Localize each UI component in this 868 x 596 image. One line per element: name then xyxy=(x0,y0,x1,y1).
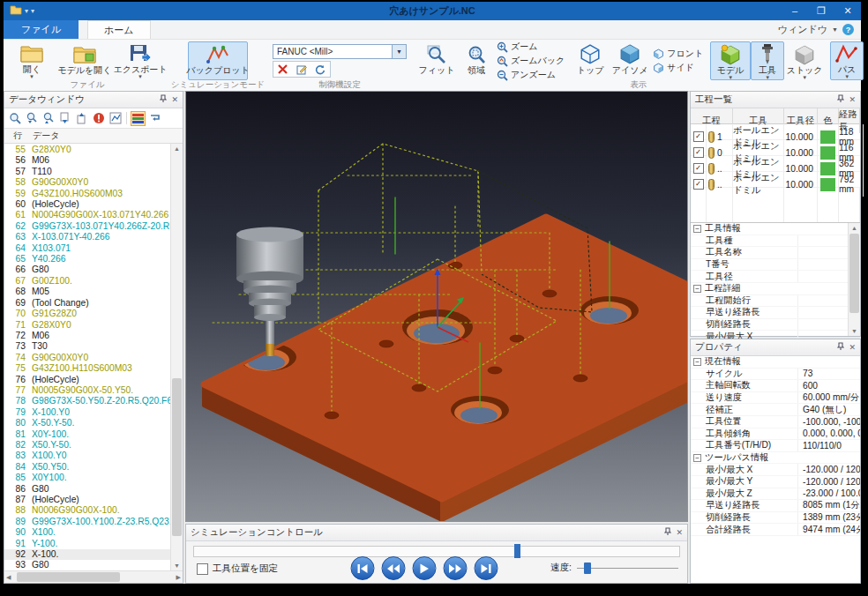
code-line[interactable]: 60(HoleCycle) xyxy=(4,199,170,210)
code-line[interactable]: 89G99G73X-100.Y100.Z-23.R5.Q23.F60. xyxy=(4,517,170,527)
stop-icon[interactable] xyxy=(91,111,106,126)
code-line[interactable]: 71G28X0Y0 xyxy=(4,320,170,331)
code-line[interactable]: 83X100.Y0 xyxy=(4,451,170,461)
property-row[interactable]: 工具名称 xyxy=(691,247,848,259)
code-line[interactable]: 69(Tool Change) xyxy=(4,298,170,309)
skip-to-start-button[interactable] xyxy=(351,556,375,580)
scroll-down-icon[interactable]: ▼ xyxy=(171,561,183,570)
zoom-back-button[interactable]: ズームバック xyxy=(497,55,565,67)
close-panel-icon[interactable]: ✕ xyxy=(849,95,856,104)
property-row[interactable]: 切削経路長1389 mm (23分9秒) xyxy=(691,512,860,525)
process-row[interactable]: ✓1ボールエンドミル10.000118 mm xyxy=(691,124,860,140)
view-side-button[interactable]: サイド xyxy=(653,62,703,74)
code-line[interactable]: 81X0Y-100. xyxy=(4,429,170,440)
code-line[interactable]: 90X100. xyxy=(4,527,170,538)
group-header[interactable]: −現在情報 xyxy=(691,356,860,369)
code-line[interactable]: 66G80 xyxy=(4,264,170,275)
code-line[interactable]: 73T30 xyxy=(4,341,170,352)
window-menu[interactable]: ウィンドウ xyxy=(778,23,827,36)
window-menu-arrow-icon[interactable]: ▼ xyxy=(832,26,838,33)
code-line[interactable]: 79X-100.Y0 xyxy=(4,407,170,418)
code-line[interactable]: 86G80 xyxy=(4,484,170,495)
view-iso-button[interactable]: アイソメ xyxy=(609,41,651,80)
code-line[interactable]: 93G80 xyxy=(4,560,170,570)
code-line[interactable]: 55G28X0Y0 xyxy=(4,145,170,155)
code-line[interactable]: 88N0006G90G00X-100. xyxy=(4,505,170,516)
code-line[interactable]: 72M06 xyxy=(4,331,170,341)
path-toggle-button[interactable]: パス▼ xyxy=(830,41,864,80)
tool-toggle-button[interactable]: 工具▼ xyxy=(751,41,784,80)
plot-icon[interactable] xyxy=(108,111,123,126)
search-next-icon[interactable] xyxy=(24,111,39,126)
code-line[interactable]: 70G91G28Z0 xyxy=(4,309,170,319)
reload-controller-button[interactable] xyxy=(311,64,330,75)
jump-down-icon[interactable] xyxy=(57,111,72,126)
code-line[interactable]: 67G00Z100. xyxy=(4,276,170,287)
process-row[interactable]: ✓..ボールエンドミル10.000792 mm xyxy=(691,172,860,188)
fit-button[interactable]: フィット xyxy=(415,41,458,80)
search-icon[interactable] xyxy=(7,111,22,126)
pin-icon[interactable] xyxy=(664,527,671,538)
jump-up-icon[interactable] xyxy=(74,111,89,126)
scroll-left-icon[interactable]: ◀ xyxy=(6,571,11,583)
property-row[interactable]: 合計経路長9474 mm (24分30秒) xyxy=(691,524,860,536)
group-header[interactable]: −工程詳細 xyxy=(691,283,848,295)
fast-forward-button[interactable] xyxy=(444,556,468,580)
property-row[interactable]: 送り速度60.000 mm/分 xyxy=(691,392,860,405)
code-line[interactable]: 78G98G73X-50.Y50.Z-20.R5.Q20.F60 xyxy=(4,396,170,406)
pin-icon[interactable] xyxy=(160,94,167,105)
code-line[interactable]: 63X-103.071Y-40.266 xyxy=(4,232,170,242)
code-line[interactable]: 61N0004G90G00X-103.071Y40.266 xyxy=(4,210,170,220)
property-row[interactable]: 工具種 xyxy=(691,235,848,248)
property-row[interactable]: 早送り経路長 xyxy=(691,307,848,319)
code-line[interactable]: 77N0005G90G00X-50.Y50. xyxy=(4,385,170,396)
code-line[interactable]: 59G43Z100.H0S600M03 xyxy=(4,189,170,199)
group-header[interactable]: −工具情報 xyxy=(691,223,848,235)
column-data[interactable]: データ xyxy=(33,130,59,142)
pin-icon[interactable] xyxy=(837,342,844,353)
vertical-scrollbar[interactable]: ▲ ▼ xyxy=(848,223,860,336)
tab-home[interactable]: ホーム xyxy=(87,20,151,39)
code-line[interactable]: 76(HoleCycle) xyxy=(4,375,170,385)
code-line[interactable]: 56M06 xyxy=(4,155,170,166)
code-line[interactable]: 80X-50.Y-50. xyxy=(4,418,170,428)
open-model-button[interactable]: モデルを開く xyxy=(56,41,114,80)
process-row[interactable]: ✓..ボールエンドミル10.000362 mm xyxy=(691,156,860,172)
collapse-icon[interactable]: − xyxy=(693,225,701,233)
property-row[interactable]: 工具径 xyxy=(691,271,848,283)
property-row[interactable]: 主軸回転数600 xyxy=(691,380,860,392)
zoom-button[interactable]: ズーム xyxy=(497,41,565,53)
edit-controller-button[interactable] xyxy=(292,64,311,75)
fix-tool-checkbox[interactable] xyxy=(197,563,208,575)
property-row[interactable]: 最小/最大 Y-120.000 / 120.000 xyxy=(691,476,860,488)
pin-icon[interactable] xyxy=(837,94,844,105)
trace-toggle-button[interactable]: トレース▼ xyxy=(864,41,868,80)
rewind-button[interactable] xyxy=(382,556,406,580)
scroll-up-icon[interactable]: ▲ xyxy=(171,144,183,153)
property-row[interactable]: 工具傾斜角0.000, 0.000, 0.000 xyxy=(691,428,860,441)
horizontal-scrollbar[interactable]: ◀ ▶ xyxy=(4,570,183,583)
property-row[interactable]: 工具位置-100.000, -100.000, 5.000 xyxy=(691,416,860,428)
wrap-icon[interactable] xyxy=(147,111,162,126)
skip-to-end-button[interactable] xyxy=(475,556,498,580)
play-button[interactable] xyxy=(413,556,437,580)
code-line[interactable]: 57T110 xyxy=(4,167,170,177)
property-row[interactable]: 径補正G40 (無し) xyxy=(691,404,860,416)
scroll-right-icon[interactable]: ▶ xyxy=(176,571,181,583)
code-line[interactable]: 87(HoleCycle) xyxy=(4,495,170,505)
property-row[interactable]: 最小/最大 Z-23.000 / 100.000 xyxy=(691,488,860,501)
gcode-list[interactable]: 55G28X0Y056M0657T11058G90G00X0Y059G43Z10… xyxy=(4,144,170,570)
open-button[interactable]: 開く▼ xyxy=(8,41,56,80)
close-button[interactable]: ✕ xyxy=(834,2,861,20)
stock-toggle-button[interactable]: ストック▼ xyxy=(784,41,825,80)
speed-slider[interactable] xyxy=(577,568,678,569)
code-line[interactable]: 85X0Y100. xyxy=(4,473,170,483)
code-line[interactable]: 64X103.071 xyxy=(4,243,170,254)
property-row[interactable]: 切削経路長 xyxy=(691,319,848,332)
property-row[interactable]: 工具番号(T/H/D)110/110/0 xyxy=(691,440,860,452)
speed-thumb[interactable] xyxy=(584,562,591,574)
view-front-button[interactable]: フロント xyxy=(653,48,703,60)
controller-select[interactable]: FANUC <Mill> ▼ xyxy=(273,44,407,59)
property-row[interactable]: 最小/最大 X-120.000 / 120.000 xyxy=(691,464,860,476)
code-line[interactable]: 68M05 xyxy=(4,287,170,297)
